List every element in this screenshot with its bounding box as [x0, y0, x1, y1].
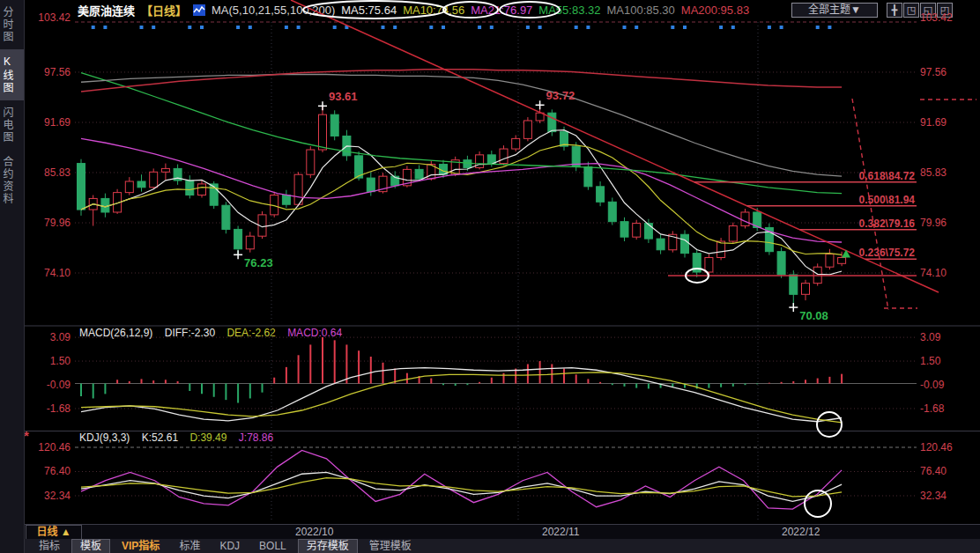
candle-body: [597, 187, 605, 202]
price-axis-label-right: 74.10: [920, 267, 947, 279]
sidebar-item-lightning-chart[interactable]: 闪电图: [0, 100, 24, 150]
signal-dot: [200, 26, 204, 29]
candle-body: [258, 215, 266, 236]
zoom-out-pane-icon[interactable]: ◱: [920, 3, 936, 18]
price-axis-label-right: 85.83: [920, 166, 947, 179]
ma200-value: MA200:95.83: [681, 4, 749, 17]
price-axis-label-left: 97.56: [44, 66, 71, 78]
signal-dot: [526, 26, 530, 29]
candle-body: [198, 184, 206, 195]
kdj-axis-label-left: 120.46: [38, 441, 71, 453]
kdj-readout: KDJ(9,3,3) K:52.61 D:39.49 J:78.86: [79, 431, 282, 444]
price-annotation: 93.61: [329, 90, 358, 103]
toolbar-tab-vip-indicators[interactable]: VIP指标: [114, 540, 167, 553]
price-axis-label-left: 74.10: [44, 267, 71, 279]
candle-body: [174, 168, 182, 181]
macd-axis-label-left: -0.09: [47, 379, 71, 391]
period-tag: 【日线】: [141, 2, 187, 18]
left-sidebar: 分时图 K线图 闪电图 合约资料: [0, 0, 25, 553]
candle-body: [476, 155, 484, 168]
all-themes-dropdown[interactable]: 全部主题▼: [791, 3, 878, 18]
ellipse-annotation: [686, 269, 709, 283]
signal-dot: [393, 26, 397, 29]
candle-body: [343, 136, 351, 155]
candle-body: [355, 156, 363, 178]
candle-body: [464, 160, 471, 168]
macd-axis-label-right: -0.09: [920, 379, 945, 391]
candle-body: [403, 169, 411, 185]
sidebar-item-contract-info[interactable]: 合约资料: [0, 150, 24, 211]
candle-body: [150, 172, 158, 187]
ellipse-annotation: [805, 490, 831, 517]
candle-body: [210, 184, 218, 205]
toolbar-tab-save-template[interactable]: 另存模板: [298, 539, 358, 553]
ma-formula: MA(5,10,21,55,100,200): [212, 4, 335, 17]
kdj-axis-label-right: 32.34: [920, 490, 947, 502]
candle-body: [222, 205, 230, 229]
candle-body: [234, 229, 242, 248]
toolbar-tab-indicators[interactable]: 指标: [31, 540, 68, 553]
price-axis-label-left: 85.83: [44, 166, 71, 179]
price-axis-label-right: 97.56: [920, 66, 947, 78]
signal-dot: [188, 26, 191, 29]
expand-arrow-icon: ▲: [61, 526, 71, 538]
signal-dot: [683, 26, 687, 29]
macd-axis-label-left: 3.09: [50, 331, 71, 343]
fib-label: 0.618\84.72: [859, 170, 916, 182]
toolbar-tab-templates[interactable]: 模板: [71, 539, 110, 553]
expand-pane-icon[interactable]: ◰: [937, 3, 953, 18]
signal-dot: [442, 26, 445, 29]
candle-body: [644, 224, 652, 239]
signal-dot: [429, 26, 433, 29]
candle-body: [125, 181, 133, 193]
toolbar-tab-standard[interactable]: 标准: [171, 540, 208, 553]
trendline: [291, 0, 939, 292]
candle-body: [246, 236, 254, 249]
macd-diff-value: DIFF:-2.30: [165, 327, 215, 339]
up-arrow-marker: [842, 250, 850, 258]
signal-dot: [538, 26, 542, 29]
toolbar-tab-manage-template[interactable]: 管理模板: [361, 540, 419, 553]
sidebar-item-time-chart[interactable]: 分时图: [0, 0, 24, 49]
price-annotation: 70.08: [799, 309, 828, 322]
macd-axis-label-left: 1.50: [50, 355, 71, 367]
candle-body: [536, 113, 544, 121]
chart-header: 美原油连续【日线】 MA(5,10,21,55,100,200) MA5:75.…: [78, 2, 749, 18]
macd-axis-label-right: -1.68: [920, 402, 945, 415]
signal-dot: [345, 26, 348, 29]
sidebar-item-kline-chart[interactable]: K线图: [0, 49, 24, 100]
candle-body: [548, 113, 556, 131]
toolbar-tab-kdj[interactable]: KDJ: [212, 540, 248, 553]
signal-dot: [780, 26, 783, 29]
kdj-axis-label-right: 120.46: [920, 441, 953, 453]
candle-body: [620, 222, 628, 237]
price-axis-label-left: 91.69: [44, 116, 71, 129]
signal-dot: [382, 26, 385, 29]
toolbar-tab-boll[interactable]: BOLL: [251, 540, 294, 553]
ma21-value: MA21:76.97: [471, 4, 532, 17]
zoom-in-pane-icon[interactable]: ◳: [903, 3, 919, 18]
crosshair-tool-icon[interactable]: ╋: [887, 3, 902, 18]
candle-body: [282, 195, 290, 205]
macd-macd-value: MACD:0.64: [287, 327, 342, 339]
ma200-line: [81, 70, 842, 92]
candle-body: [114, 193, 122, 212]
period-selector[interactable]: 日线 ▲: [26, 525, 82, 540]
candle-body: [657, 239, 664, 250]
signal-dot: [816, 26, 820, 29]
signal-dot: [103, 26, 107, 29]
ma10-line: [81, 144, 842, 254]
candle-body: [307, 150, 315, 174]
candle-body: [379, 176, 387, 191]
candle-body: [367, 178, 375, 192]
macd-readout: MACD(26,12,9) DIFF:-2.30 DEA:-2.62 MACD:…: [79, 327, 351, 339]
signal-dot: [152, 26, 155, 29]
signal-dot: [586, 26, 590, 29]
signal-dot: [285, 26, 288, 29]
ma5-line: [81, 130, 842, 275]
signal-dot: [575, 26, 578, 29]
chart-canvas[interactable]: 103.42103.4297.5697.5691.6991.6985.8385.…: [0, 0, 980, 553]
bottom-toolbar: 指标 模板 VIP指标 标准 KDJ BOLL 另存模板 管理模板: [24, 539, 980, 553]
candle-body: [512, 138, 520, 149]
macd-formula: MACD(26,12,9): [79, 327, 152, 339]
